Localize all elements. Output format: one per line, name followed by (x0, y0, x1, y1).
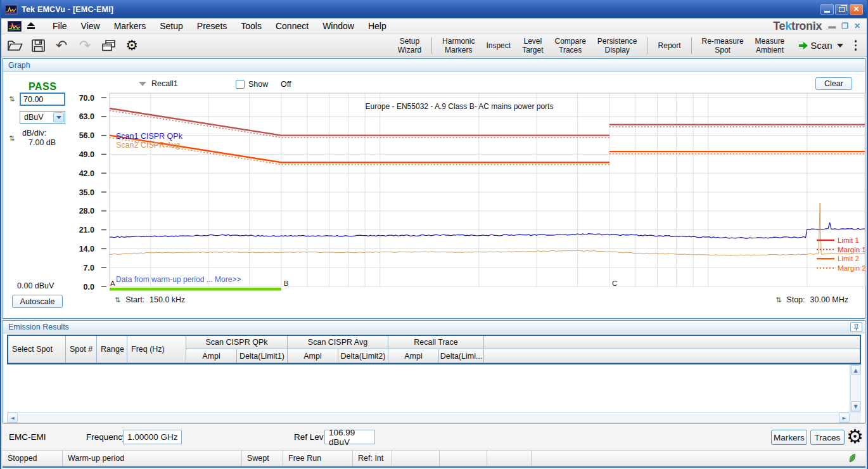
menu-view[interactable]: View (74, 20, 107, 32)
eject-icon[interactable] (27, 22, 35, 30)
svg-text:49.0: 49.0 (79, 150, 94, 159)
vertical-scrollbar[interactable]: ▲ ▼ (850, 364, 861, 412)
restore-button[interactable] (835, 4, 848, 15)
mdi-restore-button[interactable]: ❐ (841, 23, 848, 29)
scroll-right-icon[interactable]: ► (839, 413, 850, 423)
scroll-down-icon[interactable]: ▼ (851, 401, 860, 411)
minimize-button[interactable] (820, 4, 834, 15)
menu-setup[interactable]: Setup (153, 20, 190, 32)
settings-gear-icon[interactable]: ⚙ (846, 426, 864, 447)
emission-results-panel: Emission Results Select SpotSpot #RangeF… (3, 320, 865, 423)
column-group-scan-cispr-avg[interactable]: Scan CISPR Avg (288, 336, 388, 349)
scan-button[interactable]: Scan (799, 40, 843, 51)
start-freq-value[interactable]: 150.0 kHz (150, 295, 185, 304)
recall-trace-selector[interactable]: Recall1 (139, 79, 178, 88)
column-header-spot-[interactable]: Spot # (66, 336, 97, 363)
menu-window[interactable]: Window (316, 20, 361, 32)
statusbar: StoppedWarm-up periodSweptFree RunRef: I… (3, 450, 865, 466)
unit-select-dropdown[interactable] (53, 112, 64, 122)
mdi-close-button[interactable]: ✕ (854, 23, 860, 29)
measure-ambient-button[interactable]: MeasureAmbient (750, 35, 791, 56)
level-target-button[interactable]: LevelTarget (516, 35, 549, 56)
db-div-spinner-icon[interactable]: ⇅ (9, 134, 15, 143)
scroll-up-icon[interactable]: ▲ (851, 365, 860, 375)
svg-text:Europe - EN55032 - A.9 Class B: Europe - EN55032 - A.9 Class B- AC mains… (366, 102, 554, 111)
menu-markers[interactable]: Markers (107, 20, 153, 32)
results-table-body[interactable] (7, 364, 850, 412)
setup-wizard-button[interactable]: SetupWizard (392, 35, 427, 56)
column-header-ampl[interactable]: Ampl (388, 349, 439, 363)
ref-level-input[interactable] (20, 93, 65, 106)
svg-text:7.0: 7.0 (84, 264, 94, 273)
menu-help[interactable]: Help (361, 20, 393, 32)
unit-select[interactable]: dBuV (20, 111, 65, 124)
cascade-windows-icon[interactable] (100, 37, 117, 54)
ref-lev-input[interactable]: 106.99 dBuV (324, 430, 375, 444)
svg-text:Scan2 CISPR Avg: Scan2 CISPR Avg (116, 141, 180, 150)
horizontal-scrollbar[interactable]: ◄ ► (7, 412, 861, 423)
results-table-header: Select SpotSpot #RangeFreq (Hz)Scan CISP… (7, 335, 861, 364)
start-freq-spinner-icon[interactable]: ⇅ (115, 296, 120, 304)
mdi-minimize-button[interactable]: ▬ (828, 23, 836, 29)
menu-presets[interactable]: Presets (190, 20, 234, 32)
frequency-input[interactable]: 1.00000 GHz (123, 430, 182, 444)
db-div-value: 7.00 dB (29, 138, 56, 147)
svg-text:Margin 1: Margin 1 (838, 246, 866, 254)
frequency-label: Frequency (86, 432, 127, 442)
scrollbar-track[interactable] (18, 413, 839, 423)
scan-arrow-icon (799, 42, 808, 49)
menu-connect[interactable]: Connect (269, 20, 316, 32)
svg-text:28.0: 28.0 (79, 207, 94, 215)
open-file-icon[interactable] (6, 37, 23, 54)
emission-results-title: Emission Results (8, 323, 69, 331)
show-checkbox[interactable] (236, 80, 245, 89)
save-icon[interactable] (30, 37, 46, 54)
clear-button[interactable]: Clear (815, 77, 852, 90)
toolbar-separator (648, 37, 648, 54)
column-header-ampl[interactable]: Ampl (288, 349, 338, 363)
status-stopped: Stopped (3, 451, 63, 466)
stop-freq-spinner-icon[interactable]: ⇅ (775, 296, 781, 304)
column-header-delta-limit2-[interactable]: Delta(Limit2) (338, 349, 388, 363)
column-group-scan-cispr-qpk[interactable]: Scan CISPR QPk (186, 336, 288, 349)
ref-level-spinner-icon[interactable]: ⇅ (9, 95, 15, 103)
autoscale-button[interactable]: Autoscale (12, 295, 63, 308)
stop-freq-value[interactable]: 30.00 MHz (810, 295, 848, 304)
menu-items: FileViewMarkersSetupPresetsToolsConnectW… (46, 20, 393, 32)
column-header-freq-hz-[interactable]: Freq (Hz) (127, 336, 186, 363)
column-header-ampl[interactable]: Ampl (186, 349, 237, 363)
traces-button[interactable]: Traces (810, 430, 845, 445)
svg-text:56.0: 56.0 (79, 131, 94, 140)
window-bottom-edge (3, 466, 865, 468)
svg-text:Margin 2: Margin 2 (838, 264, 866, 272)
status-filler (532, 451, 865, 466)
overflow-menu-button[interactable] (850, 40, 862, 51)
menu-tools[interactable]: Tools (234, 20, 269, 32)
control-row: EMC-EMI Frequency 1.00000 GHz Ref Lev 10… (3, 423, 865, 450)
settings-gear-icon[interactable]: ⚙ (124, 37, 140, 54)
harmonic-markers-button[interactable]: HarmonicMarkers (437, 35, 480, 56)
column-header-delta-limit1-[interactable]: Delta(Limit1) (237, 349, 288, 363)
close-button[interactable]: ✕ (850, 4, 863, 15)
menu-file[interactable]: File (46, 20, 74, 32)
column-header-range[interactable]: Range (97, 336, 127, 363)
redo-icon: ↷ (77, 37, 93, 54)
recall-trace-label: Recall1 (151, 79, 178, 88)
report-button[interactable]: Report (653, 35, 687, 56)
markers-button[interactable]: Markers (771, 430, 807, 445)
column-header-select-spot[interactable]: Select Spot (8, 336, 66, 363)
persistence-display-button[interactable]: PersistenceDisplay (592, 35, 643, 56)
scroll-left-icon[interactable]: ◄ (7, 413, 18, 423)
column-group-recall-trace[interactable]: Recall Trace (388, 336, 484, 349)
column-header-delta-limi-[interactable]: Delta(Limi... (439, 349, 484, 363)
inspect-button[interactable]: Inspect (480, 35, 516, 56)
unit-select-value: dBuV (20, 113, 53, 122)
status-ref-int: Ref: Int (353, 451, 392, 466)
mode-label: EMC-EMI (9, 432, 46, 442)
pin-icon[interactable] (850, 322, 862, 332)
re-measure-spot-button[interactable]: Re-measureSpot (696, 35, 750, 56)
status-empty-cell (392, 451, 440, 466)
undo-icon[interactable]: ↶ (53, 37, 70, 54)
compare-traces-button[interactable]: CompareTraces (549, 35, 591, 56)
spectrum-app-icon[interactable] (8, 21, 22, 32)
